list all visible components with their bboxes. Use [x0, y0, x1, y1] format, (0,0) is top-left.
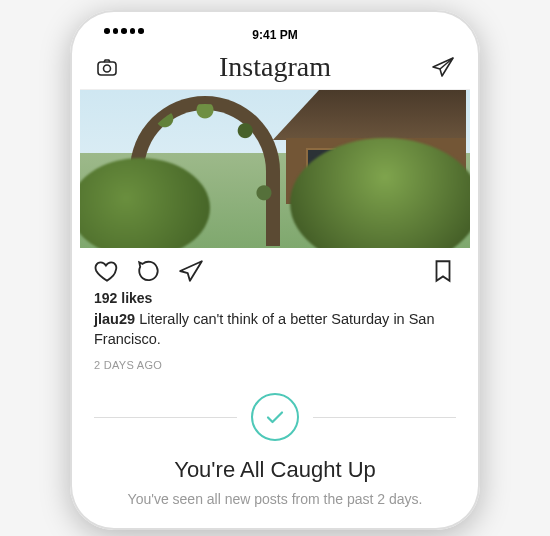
post-actions [80, 248, 470, 290]
caught-up-section: You're All Caught Up You've seen all new… [80, 393, 470, 507]
post-caption-text: Literally can't think of a better Saturd… [94, 311, 435, 347]
camera-icon[interactable] [94, 54, 120, 80]
post-time-ago: 2 DAYS AGO [94, 359, 456, 371]
svg-point-1 [104, 65, 111, 72]
post-image[interactable] [80, 90, 470, 248]
app-header: Instagram [80, 44, 470, 90]
likes-count[interactable]: 192 likes [94, 290, 456, 306]
signal-dots [104, 28, 144, 34]
like-icon[interactable] [94, 258, 120, 284]
comment-icon[interactable] [136, 258, 162, 284]
status-time: 9:41 PM [252, 28, 297, 42]
share-icon[interactable] [178, 258, 204, 284]
send-icon[interactable] [430, 54, 456, 80]
svg-rect-0 [98, 62, 116, 75]
post-caption: jlau29 Literally can't think of a better… [94, 310, 456, 349]
status-bar: 9:41 PM [80, 20, 470, 44]
caught-up-subtitle: You've seen all new posts from the past … [94, 491, 456, 507]
post-meta: 192 likes jlau29 Literally can't think o… [80, 290, 470, 371]
app-logo: Instagram [219, 51, 331, 83]
screen: 9:41 PM Instagram [80, 20, 470, 520]
caught-up-title: You're All Caught Up [94, 457, 456, 483]
check-icon [251, 393, 299, 441]
post-username[interactable]: jlau29 [94, 311, 135, 327]
divider [94, 393, 456, 441]
phone-frame: 9:41 PM Instagram [70, 10, 480, 530]
bookmark-icon[interactable] [430, 258, 456, 284]
